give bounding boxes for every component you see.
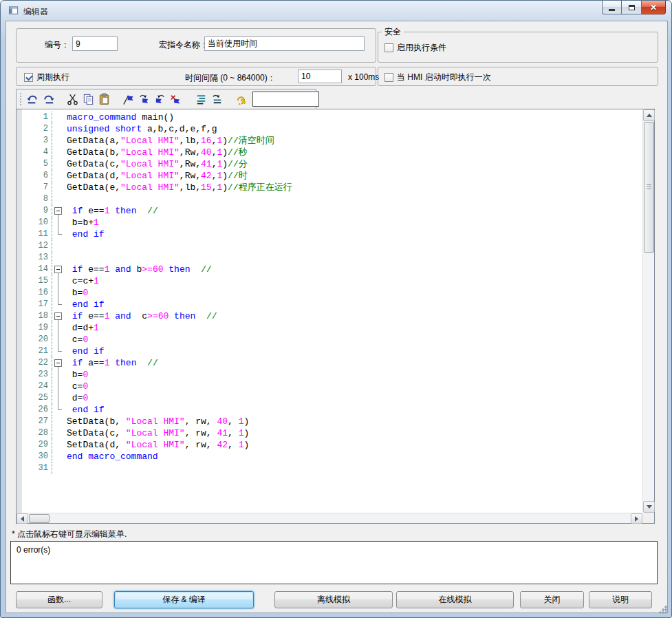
code-line[interactable]: 2unsigned short a,b,c,d,e,f,g [17,123,642,135]
code-line[interactable]: 3GetData(a,"Local HMI",lb,16,1)//清空时间 [17,135,642,147]
next-bookmark-icon[interactable] [136,92,152,107]
line-number: 5 [22,158,52,170]
code-line[interactable]: 16 b=0 [17,287,642,299]
scroll-left-button[interactable] [17,513,28,524]
startup-checkbox[interactable] [384,73,393,82]
fold-margin [52,111,65,123]
code-line[interactable]: 11 end if [17,228,642,240]
startup-row: 当 HMI 启动时即执行一次 [384,72,491,83]
titlebar[interactable]: 编辑器 ✕ [1,1,671,21]
code-line[interactable]: 31 [17,462,642,474]
code-line[interactable]: 10 b=b+1 [17,217,642,228]
restore-button[interactable] [622,1,642,14]
code-line[interactable]: 27SetData(b, "Local HMI", rw, 40, 1) [17,416,642,427]
toolbar-search-input[interactable] [252,92,319,107]
code-line[interactable]: 12 [17,240,642,252]
save-compile-button[interactable]: 保存 & 编译 [114,591,254,608]
fold-margin [52,392,65,404]
code-line[interactable]: 19 d=d+1 [17,322,642,334]
fold-margin [52,416,65,427]
minimize-button[interactable] [602,1,622,14]
fold-collapse-icon[interactable] [52,264,65,275]
fold-margin [52,135,65,147]
arrow-right-icon [635,516,641,522]
code-line[interactable]: 5GetData(c,"Local HMI",Rw,41,1)//分 [17,158,642,170]
code-line[interactable]: 18 if e==1 and c>=60 then // [17,310,642,322]
vertical-scrollbar[interactable] [642,109,654,513]
line-number: 19 [22,322,52,334]
line-number: 15 [22,275,52,287]
code-line[interactable]: 14 if e==1 and b>=60 then // [17,264,642,275]
code-line[interactable]: 23 b=0 [17,369,642,381]
enable-condition-checkbox[interactable] [384,43,393,52]
cut-icon[interactable] [65,92,80,107]
previous-bookmark-icon[interactable] [152,92,168,107]
code-line[interactable]: 20 c=0 [17,334,642,345]
paste-icon[interactable] [96,92,112,107]
scroll-down-button[interactable] [643,501,655,513]
fold-margin [52,427,65,439]
code-line[interactable]: 26 end if [17,404,642,416]
fold-collapse-icon[interactable] [52,357,65,369]
find-replace-icon[interactable] [233,92,249,107]
fold-collapse-icon[interactable] [52,310,65,322]
clear-bookmarks-icon[interactable] [168,92,184,107]
horizontal-scrollbar[interactable] [17,513,642,523]
code-line[interactable]: 21 end if [17,345,642,357]
scroll-up-button[interactable] [643,109,655,121]
code-line[interactable]: 25 d=0 [17,392,642,404]
code-line[interactable]: 1macro_command main() [17,111,642,123]
code-line[interactable]: 7GetData(e,"Local HMI",lb,15,1)//程序正在运行 [17,182,642,193]
selection-margin[interactable] [17,109,22,513]
code-text: SetData(b, "Local HMI", rw, 40, 1) [65,416,249,427]
right-click-hint: * 点击鼠标右键可显示编辑菜单. [12,529,127,540]
online-sim-button[interactable]: 在线模拟 [396,591,514,608]
code-line[interactable]: 30end macro_command [17,451,642,462]
vertical-scroll-thumb[interactable] [644,122,654,253]
offline-sim-button[interactable]: 离线模拟 [274,591,393,608]
functions-button[interactable]: 函数... [16,591,102,608]
code-line[interactable]: 29SetData(d, "Local HMI", rw, 42, 1) [17,439,642,451]
copy-icon[interactable] [80,92,96,107]
help-button[interactable]: 说明 [589,591,652,608]
horizontal-scroll-thumb[interactable] [29,514,50,523]
code-line[interactable]: 28SetData(c, "Local HMI", rw, 41, 1) [17,427,642,439]
code-line[interactable]: 17 end if [17,299,642,310]
scroll-right-button[interactable] [631,513,642,524]
redo-icon[interactable] [41,92,56,107]
code-line[interactable]: 22 if a==1 then // [17,357,642,369]
line-number: 31 [22,462,52,474]
code-line[interactable]: 4GetData(b,"Local HMI",Rw,40,1)//秒 [17,147,642,158]
macro-id-input[interactable] [72,36,118,51]
periodic-checkbox[interactable] [24,73,33,82]
code-text: b=b+1 [65,217,99,228]
resize-grip[interactable] [658,605,667,614]
line-number: 25 [22,392,52,404]
fold-margin [52,252,65,264]
code-view[interactable]: 1macro_command main()2unsigned short a,b… [17,109,642,513]
line-number: 23 [22,369,52,381]
code-line[interactable]: 24 c=0 [17,381,642,392]
undo-icon[interactable] [25,92,41,107]
code-line[interactable]: 6GetData(d,"Local HMI",Rw,42,1)//时 [17,170,642,182]
fold-margin [52,158,65,170]
code-line[interactable]: 9 if e==1 then // [17,205,642,217]
macro-code-editor[interactable]: 1macro_command main()2unsigned short a,b… [16,109,655,524]
macro-name-input[interactable] [204,36,365,51]
line-number: 28 [22,427,52,439]
fold-collapse-icon[interactable] [52,205,65,217]
close-button[interactable]: ✕ [642,1,666,14]
code-text: GetData(e,"Local HMI",lb,15,1)//程序正在运行 [65,182,292,193]
close-button[interactable]: 关闭 [520,591,584,608]
toolbar-grip[interactable] [20,93,21,105]
outdent-icon[interactable] [209,92,225,107]
arrow-up-icon [647,111,652,117]
fold-margin [52,439,65,451]
toggle-bookmark-icon[interactable] [120,92,136,107]
code-line[interactable]: 8 [17,193,642,205]
code-line[interactable]: 13 [17,252,642,264]
indent-icon[interactable] [193,92,209,107]
line-number: 3 [22,135,52,147]
interval-input[interactable] [298,70,342,83]
code-line[interactable]: 15 c=c+1 [17,275,642,287]
